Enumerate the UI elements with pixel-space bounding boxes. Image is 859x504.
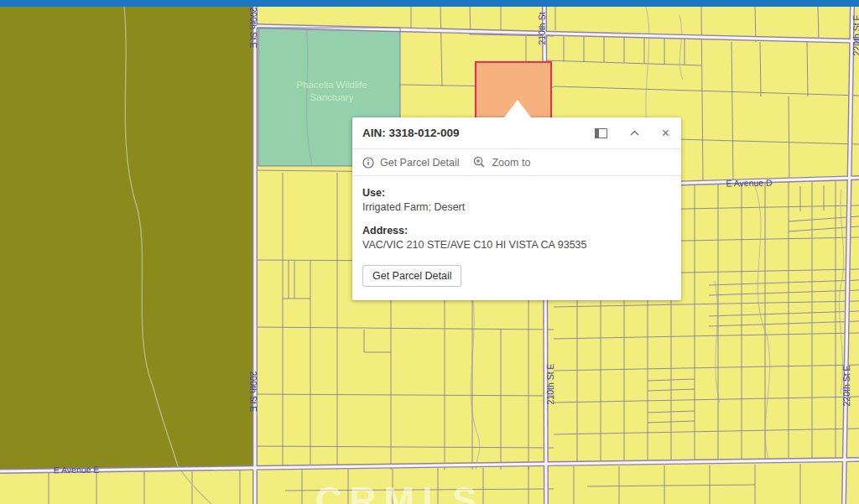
get-parcel-detail-link[interactable]: Get Parcel Detail bbox=[362, 157, 459, 169]
popup-header: AIN: 3318-012-009 × bbox=[352, 117, 681, 148]
use-field: Use: Irrigated Farm; Desert bbox=[362, 186, 671, 215]
popup-title: AIN: 3318-012-009 bbox=[362, 127, 572, 139]
dock-icon bbox=[595, 128, 607, 138]
popup-callout-arrow bbox=[504, 100, 531, 117]
get-parcel-detail-link-label: Get Parcel Detail bbox=[380, 157, 459, 169]
info-icon bbox=[362, 157, 374, 169]
address-field-label: Address: bbox=[362, 224, 671, 238]
close-icon: × bbox=[662, 127, 669, 140]
address-field-value: VAC/VIC 210 STE/AVE C10 HI VISTA CA 9353… bbox=[362, 238, 671, 252]
popup-body: Use: Irrigated Farm; Desert Address: VAC… bbox=[352, 176, 681, 300]
dock-button[interactable] bbox=[595, 128, 607, 138]
use-field-value: Irrigated Farm; Desert bbox=[362, 200, 671, 215]
map-viewer: 210th St 200th St E 220th St E 200th St … bbox=[0, 0, 859, 504]
parcel-popup: AIN: 3318-012-009 × Get Parcel Deta bbox=[352, 117, 681, 300]
close-button[interactable]: × bbox=[662, 127, 669, 140]
zoom-to-link[interactable]: Zoom to bbox=[473, 156, 530, 169]
zoom-to-link-label: Zoom to bbox=[492, 157, 530, 169]
street-label-200th-st-e-top: 200th St E bbox=[248, 7, 258, 48]
watermark: CRMLS bbox=[315, 480, 484, 504]
street-label-200th-st-e: 200th St E bbox=[248, 371, 258, 412]
avenue-label-e-avenue-d: E Avenue D bbox=[726, 178, 772, 189]
street-label-210th-st-top: 210th St bbox=[537, 12, 547, 44]
avenue-label-e-avenue-e: E Avenue E bbox=[54, 465, 100, 475]
zoom-to-icon bbox=[473, 156, 486, 169]
street-label-210th-st-e: 210th St E bbox=[545, 363, 555, 404]
popup-action-bar: Get Parcel Detail Zoom to bbox=[352, 148, 681, 176]
use-field-label: Use: bbox=[362, 186, 671, 200]
top-blue-bar bbox=[0, 0, 859, 7]
chevron-up-icon bbox=[630, 130, 639, 136]
sanctuary-label: Phacelia Wildlife Sanctuary bbox=[284, 79, 380, 104]
address-field: Address: VAC/VIC 210 STE/AVE C10 HI VIST… bbox=[362, 224, 671, 252]
get-parcel-detail-button[interactable]: Get Parcel Detail bbox=[362, 265, 461, 287]
street-label-220th-st-e: 220th St E bbox=[841, 365, 851, 406]
street-label-220th-st-e-top: 220th St E bbox=[851, 14, 859, 55]
collapse-button[interactable] bbox=[630, 130, 639, 136]
